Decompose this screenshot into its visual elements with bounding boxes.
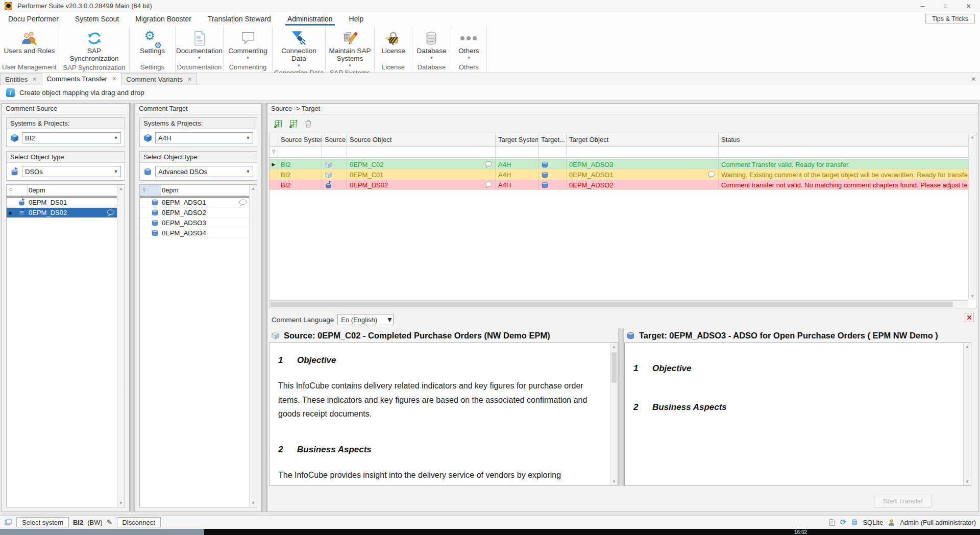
- scroll-up-icon[interactable]: ▲: [610, 343, 618, 351]
- tab-entities[interactable]: Entities ✕: [0, 73, 42, 85]
- app-logo-icon: [5, 2, 12, 10]
- scroll-down-icon[interactable]: ▼: [969, 293, 976, 300]
- maximize-button[interactable]: □: [934, 0, 957, 12]
- scrollbar[interactable]: ▲ ▼: [968, 133, 976, 300]
- menu-system-scout[interactable]: System Scout: [67, 12, 127, 26]
- scroll-down-icon[interactable]: ▼: [964, 478, 971, 485]
- scroll-up-icon[interactable]: ▲: [969, 133, 976, 141]
- refresh-icon[interactable]: ⟳: [840, 518, 847, 527]
- export-excel-selection-icon[interactable]: [288, 118, 298, 129]
- menu-docu-performer[interactable]: Docu Performer: [0, 12, 67, 26]
- scroll-up-icon[interactable]: ▲: [250, 185, 257, 192]
- chevron-down-icon[interactable]: ▼: [386, 315, 393, 324]
- adso-icon: [143, 167, 152, 176]
- scrollbar[interactable]: ▲ ▼: [610, 343, 618, 485]
- chevron-down-icon[interactable]: ▼: [243, 166, 253, 177]
- table-row[interactable]: ▶ BI2 0EPM_C02 A4H 0EPM_ADSO3 Comment Tr…: [270, 159, 976, 169]
- list-filter-row[interactable]: 0epm: [140, 185, 249, 196]
- minimize-button[interactable]: ─: [911, 0, 934, 12]
- scrollbar[interactable]: ▲ ▼: [249, 185, 257, 507]
- preview-splitter[interactable]: [618, 328, 624, 486]
- scrollbar[interactable]: [270, 300, 968, 308]
- settings-button[interactable]: ⚙⚙ Settings: [137, 29, 168, 56]
- comment-language-select[interactable]: En (English) ▼: [337, 314, 394, 325]
- database-button[interactable]: Database ▾: [414, 29, 450, 61]
- menu-translation-steward[interactable]: Translation Steward: [200, 12, 279, 26]
- panel-title: Comment Target: [135, 104, 261, 114]
- tab-close-icon[interactable]: ✕: [112, 76, 116, 82]
- database-label: SQLite: [863, 519, 883, 526]
- grid-filter-row[interactable]: [270, 147, 976, 158]
- source-system-select[interactable]: BI2 ▼: [22, 132, 121, 143]
- maintain-sap-systems-button[interactable]: Maintain SAP Systems ▾: [326, 29, 374, 68]
- chevron-down-icon[interactable]: ▼: [243, 133, 253, 143]
- list-item[interactable]: 0EPM_ADSO3: [140, 218, 249, 228]
- others-button[interactable]: Others ▾: [455, 29, 482, 61]
- edit-pencil-icon[interactable]: ✎: [107, 518, 113, 526]
- scroll-down-icon[interactable]: ▼: [610, 478, 618, 485]
- start-transfer-button[interactable]: Start Transfer: [874, 495, 932, 507]
- export-excel-icon[interactable]: [273, 118, 283, 129]
- adso-icon: [151, 229, 159, 237]
- log-page-icon[interactable]: [828, 519, 836, 526]
- commenting-icon: [240, 30, 256, 47]
- connection-data-button[interactable]: Connection Data ▾: [273, 29, 325, 68]
- sap-synchronization-button[interactable]: SAP Synchronization: [61, 29, 128, 63]
- chevron-down-icon[interactable]: ▼: [111, 133, 120, 143]
- source-object-type-select[interactable]: DSOs ▼: [22, 166, 121, 177]
- tabstrip-close-icon[interactable]: ✕: [971, 76, 976, 83]
- list-item[interactable]: 0EPM_ADSO2: [140, 208, 249, 218]
- scrollbar[interactable]: ▲ ▼: [963, 343, 971, 485]
- tab-comments-transfer[interactable]: Comments Transfer ✕: [42, 72, 122, 85]
- license-button[interactable]: License: [378, 29, 408, 56]
- filter-input[interactable]: 0epm: [161, 186, 249, 194]
- target-object-type-select[interactable]: Advanced DSOs ▼: [155, 166, 253, 177]
- close-button[interactable]: ✕: [957, 0, 980, 12]
- list-item[interactable]: ▶ 0EPM_DS02: [7, 208, 117, 218]
- scroll-up-icon[interactable]: ▲: [964, 343, 971, 351]
- chevron-down-icon[interactable]: ▼: [111, 166, 120, 177]
- commenting-button[interactable]: Commenting ▾: [225, 29, 271, 61]
- list-item[interactable]: 0EPM_ADSO4: [140, 228, 249, 238]
- delete-mapping-icon[interactable]: [303, 118, 313, 129]
- close-preview-button[interactable]: ✕: [965, 313, 974, 322]
- dso-icon: [325, 181, 332, 189]
- table-row[interactable]: BI2 0EPM_DS02 A4H 0EPM_ADSO2 Comment tra…: [270, 180, 976, 190]
- target-doc-content[interactable]: 1Objective 2Business Aspects: [625, 343, 963, 485]
- scroll-down-icon[interactable]: ▼: [250, 499, 257, 507]
- filter-input[interactable]: 0epm: [28, 186, 117, 194]
- windows-stack-icon[interactable]: [4, 518, 12, 526]
- grid-header-row: Source System Source... Source Object Ta…: [270, 133, 976, 147]
- comment-bubble-icon: [239, 199, 247, 206]
- tips-and-tricks-button[interactable]: Tips & Tricks: [925, 14, 975, 23]
- chevron-down-icon: ▾: [430, 56, 433, 60]
- menu-administration[interactable]: Administration: [279, 12, 341, 26]
- others-dots-icon: [460, 30, 477, 47]
- menu-help[interactable]: Help: [341, 12, 372, 26]
- scrollbar[interactable]: ▲ ▼: [117, 185, 125, 507]
- menu-migration-booster[interactable]: Migration Booster: [127, 12, 200, 26]
- settings-gears-icon: ⚙⚙: [144, 30, 161, 47]
- ribbon-group-settings: ⚙⚙ Settings Settings: [130, 26, 176, 72]
- scroll-up-icon[interactable]: ▲: [117, 185, 125, 192]
- target-system-select[interactable]: A4H ▼: [155, 132, 253, 143]
- panel-splitter[interactable]: [130, 103, 135, 512]
- tab-close-icon[interactable]: ✕: [187, 76, 192, 83]
- panel-title: Source -> Target: [267, 104, 978, 114]
- list-filter-row[interactable]: 0epm: [7, 185, 117, 196]
- list-item[interactable]: 0EPM_ADSO1: [140, 198, 249, 208]
- status-text: Comment Transfer valid. Ready for transf…: [719, 159, 976, 169]
- table-row[interactable]: BI2 0EPM_C01 A4H 0EPM_ADSO1 Warning. Exi…: [270, 169, 976, 180]
- panel-splitter[interactable]: [262, 103, 267, 512]
- documentation-button[interactable]: Documentation ▾: [173, 29, 226, 61]
- scroll-down-icon[interactable]: ▼: [117, 499, 125, 507]
- taskbar-window-segment[interactable]: [0, 529, 204, 535]
- tab-comment-variants[interactable]: Comment Variants ✕: [121, 73, 197, 85]
- select-system-button[interactable]: Select system: [16, 517, 69, 527]
- list-item[interactable]: 0EPM_DS01: [7, 198, 117, 208]
- tab-close-icon[interactable]: ✕: [32, 76, 37, 83]
- chevron-down-icon: ▾: [247, 56, 249, 60]
- disconnect-button[interactable]: Disconnect: [117, 517, 161, 527]
- source-doc-content[interactable]: 1Objective This InfoCube contains delive…: [270, 343, 609, 485]
- users-and-roles-button[interactable]: Users and Roles: [1, 29, 58, 56]
